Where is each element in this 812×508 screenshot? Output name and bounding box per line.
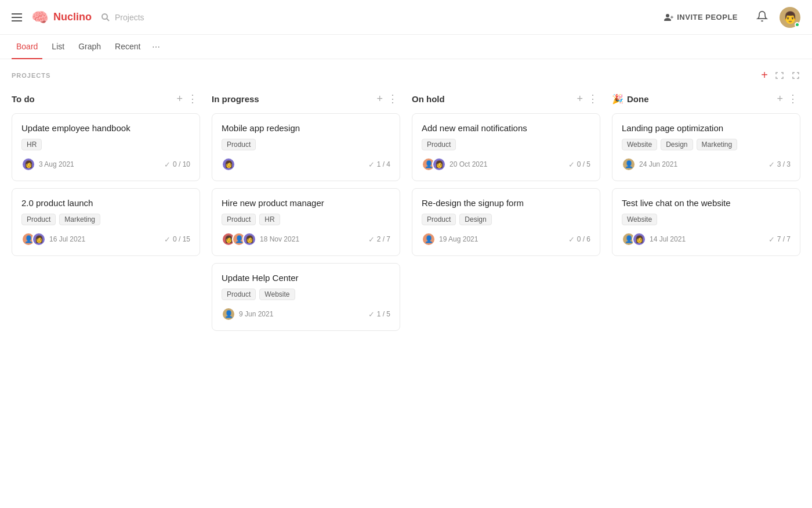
tab-more-icon[interactable]: ⋯ — [150, 35, 162, 59]
add-column-button[interactable]: + — [761, 69, 768, 82]
card-footer-left: 👩 3 Aug 2021 — [21, 157, 74, 171]
column-inprogress: In progress + ⋮ Mobile app redesign Prod… — [212, 91, 400, 338]
card-footer: 👩 3 Aug 2021 ✓ 0 / 10 — [21, 157, 190, 171]
invite-label: INVITE PEOPLE — [677, 13, 738, 21]
card-mobile-redesign[interactable]: Mobile app redesign Product 👩 ✓ 1 / 4 — [212, 113, 400, 181]
card-date: 24 Jun 2021 — [639, 160, 677, 168]
column-todo-header: To do + ⋮ — [12, 91, 200, 106]
card-date: 9 Jun 2021 — [239, 310, 273, 318]
board-actions: + — [761, 69, 800, 82]
avatar-chip: 👤 — [222, 307, 235, 321]
avatar-chip: 👩 — [242, 232, 256, 246]
column-todo-more[interactable]: ⋮ — [185, 91, 200, 106]
board-area: PROJECTS + To do + ⋮ — [0, 59, 812, 347]
card-landing-page[interactable]: Landing page optimization Website Design… — [612, 113, 800, 181]
avatar-chip: 👤 — [622, 157, 636, 171]
card-product-launch[interactable]: 2.0 product launch Product Marketing 👤 👩… — [12, 188, 200, 256]
column-onhold-add[interactable]: + — [574, 92, 585, 106]
card-avatars: 👤 — [222, 307, 235, 321]
card-footer-left: 👤 19 Aug 2021 — [422, 232, 478, 246]
tag-website: Website — [622, 139, 657, 150]
column-onhold-header: On hold + ⋮ — [412, 91, 600, 106]
tag-marketing: Marketing — [697, 139, 738, 150]
column-todo-add[interactable]: + — [174, 92, 185, 106]
card-avatars: 👤 — [622, 157, 636, 171]
tag-hr: HR — [21, 139, 42, 150]
card-update-employee[interactable]: Update employee handbook HR 👩 3 Aug 2021… — [12, 113, 200, 181]
card-tags: Website Design Marketing — [622, 139, 791, 150]
notifications-button[interactable] — [756, 10, 768, 24]
avatar-chip: 👤 — [422, 232, 436, 246]
card-update-help[interactable]: Update Help Center Product Website 👤 9 J… — [212, 263, 400, 331]
tab-board[interactable]: Board — [12, 35, 42, 59]
tag-product: Product — [222, 139, 256, 150]
tag-design: Design — [459, 214, 491, 225]
card-footer: 👤 👩 14 Jul 2021 ✓ 7 / 7 — [622, 232, 791, 246]
card-footer: 👤 👩 16 Jul 2021 ✓ 0 / 15 — [21, 232, 190, 246]
card-date: 16 Jul 2021 — [49, 235, 85, 243]
hamburger-menu[interactable] — [12, 13, 22, 21]
tab-recent[interactable]: Recent — [110, 35, 145, 59]
card-checklist: ✓ 7 / 7 — [768, 235, 791, 244]
invite-people-button[interactable]: INVITE PEOPLE — [657, 9, 745, 26]
tabs-bar: Board List Graph Recent ⋯ — [0, 35, 812, 59]
card-date: 20 Oct 2021 — [449, 160, 487, 168]
tag-product: Product — [222, 214, 256, 225]
card-footer-left: 👤 9 Jun 2021 — [222, 307, 273, 321]
card-footer: 👤 24 Jun 2021 ✓ 3 / 3 — [622, 157, 791, 171]
logo-icon: 🧠 — [31, 9, 49, 26]
card-date: 19 Aug 2021 — [439, 235, 478, 243]
column-done-header: 🎉 Done + ⋮ — [612, 91, 800, 106]
column-done-add[interactable]: + — [774, 92, 785, 106]
card-footer: 👤 👩 20 Oct 2021 ✓ 0 / 5 — [422, 157, 590, 171]
tag-product: Product — [422, 214, 456, 225]
card-checklist: ✓ 2 / 7 — [368, 235, 390, 244]
card-tags: Product Design — [422, 214, 590, 225]
card-live-chat[interactable]: Test live chat on the website Website 👤 … — [612, 188, 800, 256]
logo[interactable]: 🧠 Nuclino — [31, 9, 92, 26]
card-title: Add new email notifications — [422, 123, 590, 133]
header-right: INVITE PEOPLE 👨 — [657, 7, 800, 28]
search-area[interactable]: Projects — [101, 13, 144, 22]
card-footer-left: 👤 👩 20 Oct 2021 — [422, 157, 487, 171]
card-footer: 👩 ✓ 1 / 4 — [222, 157, 390, 171]
collapse-button[interactable] — [791, 71, 800, 80]
header-left: 🧠 Nuclino Projects — [12, 9, 144, 26]
card-footer-left: 👩 — [222, 157, 235, 171]
card-footer: 👩 👤 👩 18 Nov 2021 ✓ 2 / 7 — [222, 232, 390, 246]
avatar-chip: 👩 — [632, 232, 646, 246]
search-placeholder: Projects — [115, 13, 144, 22]
card-tags: Website — [622, 214, 791, 225]
column-inprogress-more[interactable]: ⋮ — [385, 91, 400, 106]
user-avatar-container[interactable]: 👨 — [780, 7, 800, 28]
column-inprogress-add[interactable]: + — [374, 92, 385, 106]
online-status-dot — [795, 22, 800, 27]
column-todo-title: To do — [12, 94, 174, 104]
card-date: 18 Nov 2021 — [260, 235, 299, 243]
tag-marketing: Marketing — [59, 214, 100, 225]
tab-graph[interactable]: Graph — [74, 35, 106, 59]
column-done-more[interactable]: ⋮ — [785, 91, 800, 106]
card-tags: Product Website — [222, 289, 390, 300]
svg-point-0 — [102, 14, 107, 19]
person-add-icon — [664, 13, 673, 22]
done-icon: 🎉 — [612, 93, 624, 105]
card-hire-manager[interactable]: Hire new product manager Product HR 👩 👤 … — [212, 188, 400, 256]
card-avatars: 👩 — [21, 157, 35, 171]
card-redesign-signup[interactable]: Re-design the signup form Product Design… — [412, 188, 600, 256]
expand-button[interactable] — [775, 71, 784, 80]
card-checklist: ✓ 0 / 15 — [164, 235, 190, 244]
columns-container: To do + ⋮ Update employee handbook HR 👩 … — [12, 91, 800, 338]
svg-line-1 — [107, 19, 109, 21]
column-onhold-more[interactable]: ⋮ — [585, 91, 600, 106]
avatar-chip: 👩 — [21, 157, 35, 171]
card-date: 14 Jul 2021 — [650, 235, 686, 243]
card-email-notifications[interactable]: Add new email notifications Product 👤 👩 … — [412, 113, 600, 181]
card-footer: 👤 19 Aug 2021 ✓ 0 / 6 — [422, 232, 590, 246]
tag-product: Product — [21, 214, 56, 225]
column-done-title: Done — [627, 94, 774, 104]
projects-label: PROJECTS — [12, 72, 50, 79]
card-tags: Product — [222, 139, 390, 150]
column-onhold: On hold + ⋮ Add new email notifications … — [412, 91, 600, 263]
tab-list[interactable]: List — [47, 35, 69, 59]
